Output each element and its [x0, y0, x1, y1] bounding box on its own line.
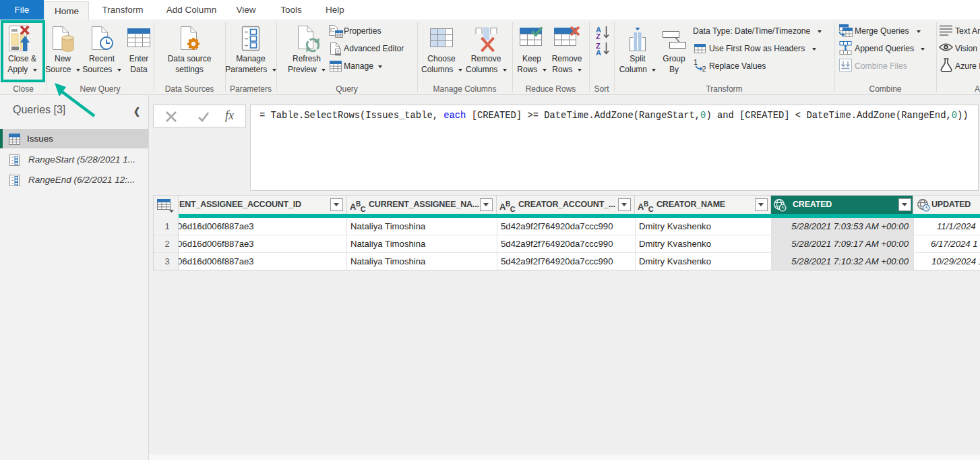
svg-text:Z: Z: [596, 32, 601, 40]
svg-text:A: A: [596, 49, 601, 57]
svg-text:2: 2: [702, 65, 706, 73]
svg-text:1: 1: [694, 58, 698, 66]
